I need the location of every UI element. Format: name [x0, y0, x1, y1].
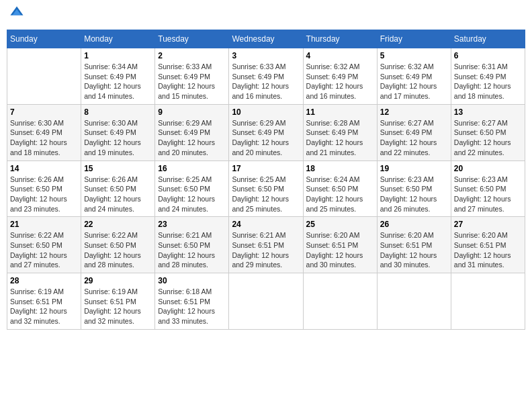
day-info: Sunrise: 6:24 AM Sunset: 6:50 PM Dayligh…	[306, 175, 374, 214]
calendar-cell: 25Sunrise: 6:20 AM Sunset: 6:51 PM Dayli…	[303, 217, 377, 273]
day-number: 19	[380, 164, 448, 173]
calendar-cell: 22Sunrise: 6:22 AM Sunset: 6:50 PM Dayli…	[81, 217, 155, 273]
day-number: 11	[306, 107, 374, 117]
calendar-cell: 2Sunrise: 6:33 AM Sunset: 6:49 PM Daylig…	[155, 48, 229, 105]
day-info: Sunrise: 6:32 AM Sunset: 6:49 PM Dayligh…	[380, 62, 448, 101]
calendar-cell: 6Sunrise: 6:31 AM Sunset: 6:49 PM Daylig…	[451, 48, 525, 105]
calendar-cell: 11Sunrise: 6:28 AM Sunset: 6:49 PM Dayli…	[303, 104, 377, 161]
day-info: Sunrise: 6:26 AM Sunset: 6:50 PM Dayligh…	[84, 175, 152, 214]
day-info: Sunrise: 6:34 AM Sunset: 6:49 PM Dayligh…	[84, 62, 152, 101]
day-number: 24	[232, 220, 300, 229]
calendar-cell: 17Sunrise: 6:25 AM Sunset: 6:50 PM Dayli…	[229, 161, 303, 217]
day-info: Sunrise: 6:31 AM Sunset: 6:49 PM Dayligh…	[454, 62, 522, 101]
day-info: Sunrise: 6:29 AM Sunset: 6:49 PM Dayligh…	[232, 118, 300, 158]
day-number: 8	[84, 107, 152, 117]
calendar-cell: 5Sunrise: 6:32 AM Sunset: 6:49 PM Daylig…	[377, 48, 451, 105]
day-number: 27	[454, 220, 522, 229]
day-number: 17	[232, 164, 300, 173]
day-info: Sunrise: 6:20 AM Sunset: 6:51 PM Dayligh…	[380, 230, 448, 270]
calendar-header-row: SundayMondayTuesdayWednesdayThursdayFrid…	[7, 30, 525, 48]
day-number: 5	[380, 51, 448, 60]
day-info: Sunrise: 6:22 AM Sunset: 6:50 PM Dayligh…	[10, 230, 78, 270]
day-number: 15	[84, 164, 152, 173]
day-info: Sunrise: 6:30 AM Sunset: 6:49 PM Dayligh…	[10, 118, 78, 158]
day-info: Sunrise: 6:25 AM Sunset: 6:50 PM Dayligh…	[232, 175, 300, 214]
day-info: Sunrise: 6:25 AM Sunset: 6:50 PM Dayligh…	[158, 175, 226, 214]
calendar-cell: 29Sunrise: 6:19 AM Sunset: 6:51 PM Dayli…	[81, 273, 155, 330]
calendar-cell: 12Sunrise: 6:27 AM Sunset: 6:49 PM Dayli…	[377, 104, 451, 161]
day-number: 1	[84, 51, 152, 60]
day-header-wednesday: Wednesday	[229, 30, 303, 48]
day-number: 26	[380, 220, 448, 229]
day-header-saturday: Saturday	[451, 30, 525, 48]
day-info: Sunrise: 6:23 AM Sunset: 6:50 PM Dayligh…	[454, 175, 522, 214]
calendar-week-row: 1Sunrise: 6:34 AM Sunset: 6:49 PM Daylig…	[7, 48, 525, 105]
day-header-sunday: Sunday	[7, 30, 81, 48]
day-number: 10	[232, 107, 300, 117]
calendar-cell: 23Sunrise: 6:21 AM Sunset: 6:50 PM Dayli…	[155, 217, 229, 273]
day-info: Sunrise: 6:29 AM Sunset: 6:49 PM Dayligh…	[158, 118, 226, 158]
day-info: Sunrise: 6:23 AM Sunset: 6:50 PM Dayligh…	[380, 175, 448, 214]
calendar-cell: 26Sunrise: 6:20 AM Sunset: 6:51 PM Dayli…	[377, 217, 451, 273]
calendar-cell: 14Sunrise: 6:26 AM Sunset: 6:50 PM Dayli…	[7, 161, 81, 217]
calendar-cell: 8Sunrise: 6:30 AM Sunset: 6:49 PM Daylig…	[81, 104, 155, 161]
day-info: Sunrise: 6:28 AM Sunset: 6:49 PM Dayligh…	[306, 118, 374, 158]
calendar-cell: 18Sunrise: 6:24 AM Sunset: 6:50 PM Dayli…	[303, 161, 377, 217]
calendar-cell: 10Sunrise: 6:29 AM Sunset: 6:49 PM Dayli…	[229, 104, 303, 161]
day-info: Sunrise: 6:19 AM Sunset: 6:51 PM Dayligh…	[10, 287, 78, 326]
day-info: Sunrise: 6:33 AM Sunset: 6:49 PM Dayligh…	[232, 62, 300, 101]
day-number: 9	[158, 107, 226, 117]
day-number: 7	[10, 107, 78, 117]
calendar-week-row: 7Sunrise: 6:30 AM Sunset: 6:49 PM Daylig…	[7, 104, 525, 161]
day-number: 3	[232, 51, 300, 60]
day-number: 22	[84, 220, 152, 229]
calendar-cell: 7Sunrise: 6:30 AM Sunset: 6:49 PM Daylig…	[7, 104, 81, 161]
day-info: Sunrise: 6:33 AM Sunset: 6:49 PM Dayligh…	[158, 62, 226, 101]
day-info: Sunrise: 6:20 AM Sunset: 6:51 PM Dayligh…	[306, 230, 374, 270]
calendar-week-row: 28Sunrise: 6:19 AM Sunset: 6:51 PM Dayli…	[7, 273, 525, 330]
day-info: Sunrise: 6:18 AM Sunset: 6:51 PM Dayligh…	[158, 287, 226, 326]
calendar-cell	[229, 273, 303, 330]
day-number: 13	[454, 107, 522, 117]
day-info: Sunrise: 6:21 AM Sunset: 6:50 PM Dayligh…	[158, 230, 226, 270]
day-info: Sunrise: 6:21 AM Sunset: 6:51 PM Dayligh…	[232, 230, 300, 270]
day-number: 14	[10, 164, 78, 173]
day-number: 28	[10, 276, 78, 285]
day-info: Sunrise: 6:20 AM Sunset: 6:51 PM Dayligh…	[454, 230, 522, 270]
calendar-cell	[377, 273, 451, 330]
day-number: 20	[454, 164, 522, 173]
day-header-monday: Monday	[81, 30, 155, 48]
calendar-cell: 27Sunrise: 6:20 AM Sunset: 6:51 PM Dayli…	[451, 217, 525, 273]
calendar-cell	[451, 273, 525, 330]
day-header-tuesday: Tuesday	[155, 30, 229, 48]
calendar-cell: 19Sunrise: 6:23 AM Sunset: 6:50 PM Dayli…	[377, 161, 451, 217]
calendar-week-row: 21Sunrise: 6:22 AM Sunset: 6:50 PM Dayli…	[7, 217, 525, 273]
day-number: 16	[158, 164, 226, 173]
day-info: Sunrise: 6:30 AM Sunset: 6:49 PM Dayligh…	[84, 118, 152, 158]
day-number: 4	[306, 51, 374, 60]
calendar-cell: 15Sunrise: 6:26 AM Sunset: 6:50 PM Dayli…	[81, 161, 155, 217]
calendar-cell: 20Sunrise: 6:23 AM Sunset: 6:50 PM Dayli…	[451, 161, 525, 217]
day-number: 18	[306, 164, 374, 173]
calendar-cell: 16Sunrise: 6:25 AM Sunset: 6:50 PM Dayli…	[155, 161, 229, 217]
day-number: 29	[84, 276, 152, 285]
calendar-cell: 3Sunrise: 6:33 AM Sunset: 6:49 PM Daylig…	[229, 48, 303, 105]
calendar-cell: 1Sunrise: 6:34 AM Sunset: 6:49 PM Daylig…	[81, 48, 155, 105]
day-header-thursday: Thursday	[303, 30, 377, 48]
calendar-cell: 28Sunrise: 6:19 AM Sunset: 6:51 PM Dayli…	[7, 273, 81, 330]
logo	[9, 7, 26, 24]
day-info: Sunrise: 6:27 AM Sunset: 6:50 PM Dayligh…	[454, 118, 522, 158]
day-info: Sunrise: 6:19 AM Sunset: 6:51 PM Dayligh…	[84, 287, 152, 326]
day-number: 25	[306, 220, 374, 229]
day-number: 30	[158, 276, 226, 285]
calendar-cell: 4Sunrise: 6:32 AM Sunset: 6:49 PM Daylig…	[303, 48, 377, 105]
calendar-cell: 13Sunrise: 6:27 AM Sunset: 6:50 PM Dayli…	[451, 104, 525, 161]
day-header-friday: Friday	[377, 30, 451, 48]
calendar-cell	[7, 48, 81, 105]
calendar-week-row: 14Sunrise: 6:26 AM Sunset: 6:50 PM Dayli…	[7, 161, 525, 217]
day-info: Sunrise: 6:26 AM Sunset: 6:50 PM Dayligh…	[10, 175, 78, 214]
day-number: 12	[380, 107, 448, 117]
day-number: 23	[158, 220, 226, 229]
calendar-cell: 30Sunrise: 6:18 AM Sunset: 6:51 PM Dayli…	[155, 273, 229, 330]
calendar-cell: 21Sunrise: 6:22 AM Sunset: 6:50 PM Dayli…	[7, 217, 81, 273]
